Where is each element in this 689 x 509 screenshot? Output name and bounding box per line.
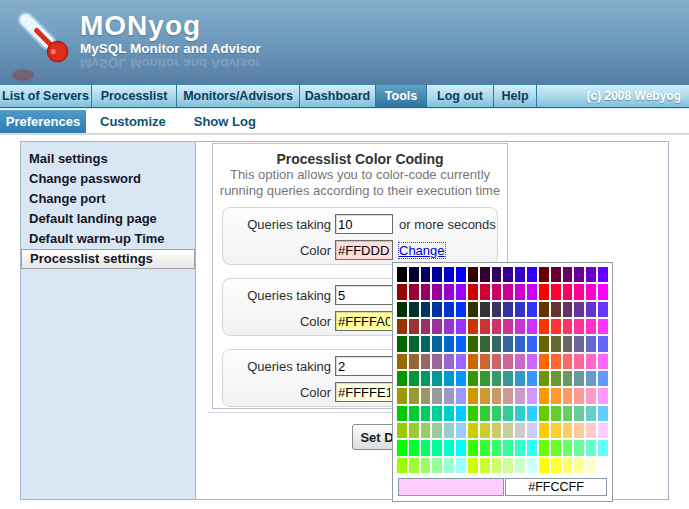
tab-preferences[interactable]: Preferences: [0, 110, 86, 133]
color-swatch[interactable]: [563, 406, 573, 421]
color-swatch[interactable]: [432, 423, 442, 438]
color-swatch[interactable]: [515, 406, 525, 421]
color-swatch[interactable]: [492, 440, 502, 455]
color-swatch[interactable]: [574, 267, 584, 282]
sidebar-item-change-port[interactable]: Change port: [21, 189, 195, 209]
nav-item-log-out[interactable]: Log out: [427, 85, 494, 107]
color-swatch[interactable]: [480, 267, 490, 282]
color-swatch[interactable]: [444, 423, 454, 438]
color-swatch[interactable]: [503, 388, 513, 403]
color-swatch[interactable]: [480, 440, 490, 455]
color-swatch[interactable]: [503, 423, 513, 438]
color-swatch[interactable]: [586, 336, 596, 351]
color-swatch[interactable]: [409, 284, 419, 299]
color-swatch[interactable]: [563, 458, 573, 473]
color-swatch[interactable]: [563, 319, 573, 334]
color-swatch[interactable]: [515, 319, 525, 334]
color-swatch[interactable]: [598, 388, 608, 403]
color-swatch[interactable]: [409, 371, 419, 386]
color-swatch[interactable]: [432, 267, 442, 282]
color-swatch[interactable]: [397, 319, 407, 334]
color-swatch[interactable]: [468, 267, 478, 282]
color-swatch[interactable]: [421, 440, 431, 455]
color-swatch[interactable]: [397, 336, 407, 351]
color-swatch[interactable]: [503, 302, 513, 317]
nav-item-list-of-servers[interactable]: List of Servers: [0, 85, 92, 107]
color-swatch[interactable]: [551, 388, 561, 403]
color-swatch[interactable]: [480, 458, 490, 473]
color-swatch[interactable]: [492, 388, 502, 403]
color-swatch[interactable]: [409, 354, 419, 369]
nav-item-dashboard[interactable]: Dashboard: [300, 85, 376, 107]
color-swatch[interactable]: [527, 267, 537, 282]
color-swatch[interactable]: [563, 423, 573, 438]
color-swatch[interactable]: [503, 458, 513, 473]
color-swatch[interactable]: [468, 336, 478, 351]
color-swatch[interactable]: [503, 406, 513, 421]
color-swatch[interactable]: [421, 371, 431, 386]
color-swatch[interactable]: [409, 319, 419, 334]
color-swatch[interactable]: [586, 423, 596, 438]
nav-item-processlist[interactable]: Processlist: [92, 85, 177, 107]
tab-customize[interactable]: Customize: [86, 110, 180, 133]
color-swatch[interactable]: [527, 371, 537, 386]
color-swatch[interactable]: [539, 302, 549, 317]
color-swatch[interactable]: [539, 423, 549, 438]
color-swatch[interactable]: [468, 440, 478, 455]
color-swatch[interactable]: [456, 388, 466, 403]
color-swatch[interactable]: [551, 354, 561, 369]
color-swatch[interactable]: [515, 302, 525, 317]
color-swatch[interactable]: [480, 406, 490, 421]
color-swatch[interactable]: [397, 371, 407, 386]
color-swatch[interactable]: [527, 319, 537, 334]
color-swatch[interactable]: [586, 458, 596, 473]
color-swatch[interactable]: [515, 440, 525, 455]
color-swatch[interactable]: [397, 423, 407, 438]
color-swatch[interactable]: [432, 406, 442, 421]
color-swatch[interactable]: [551, 423, 561, 438]
color-swatch[interactable]: [397, 388, 407, 403]
color-swatch[interactable]: [444, 388, 454, 403]
color-swatch[interactable]: [480, 354, 490, 369]
color-hex-input-2[interactable]: [335, 311, 393, 331]
color-swatch[interactable]: [598, 267, 608, 282]
color-swatch[interactable]: [574, 302, 584, 317]
color-swatch[interactable]: [432, 458, 442, 473]
color-swatch[interactable]: [515, 336, 525, 351]
color-swatch[interactable]: [492, 319, 502, 334]
color-swatch[interactable]: [598, 336, 608, 351]
color-swatch[interactable]: [444, 406, 454, 421]
color-swatch[interactable]: [551, 336, 561, 351]
color-swatch[interactable]: [539, 354, 549, 369]
color-swatch[interactable]: [480, 302, 490, 317]
color-swatch[interactable]: [456, 371, 466, 386]
color-swatch[interactable]: [480, 423, 490, 438]
color-swatch[interactable]: [551, 406, 561, 421]
color-swatch[interactable]: [456, 319, 466, 334]
color-swatch[interactable]: [539, 388, 549, 403]
color-swatch[interactable]: [574, 319, 584, 334]
color-swatch[interactable]: [574, 406, 584, 421]
color-swatch[interactable]: [456, 267, 466, 282]
color-swatch[interactable]: [409, 388, 419, 403]
color-swatch[interactable]: [421, 458, 431, 473]
color-swatch[interactable]: [551, 371, 561, 386]
color-swatch[interactable]: [527, 284, 537, 299]
selected-color-hex[interactable]: #FFCCFF: [505, 478, 607, 496]
color-swatch[interactable]: [527, 336, 537, 351]
color-hex-input-3[interactable]: [335, 382, 393, 402]
color-swatch[interactable]: [586, 371, 596, 386]
color-swatch[interactable]: [432, 302, 442, 317]
color-swatch[interactable]: [444, 284, 454, 299]
color-swatch[interactable]: [515, 284, 525, 299]
color-swatch[interactable]: [503, 354, 513, 369]
color-swatch[interactable]: [480, 319, 490, 334]
color-swatch[interactable]: [551, 267, 561, 282]
color-swatch[interactable]: [598, 354, 608, 369]
color-swatch[interactable]: [503, 267, 513, 282]
color-swatch[interactable]: [432, 440, 442, 455]
color-swatch[interactable]: [563, 284, 573, 299]
color-swatch[interactable]: [598, 302, 608, 317]
color-swatch[interactable]: [586, 319, 596, 334]
color-swatch[interactable]: [397, 284, 407, 299]
